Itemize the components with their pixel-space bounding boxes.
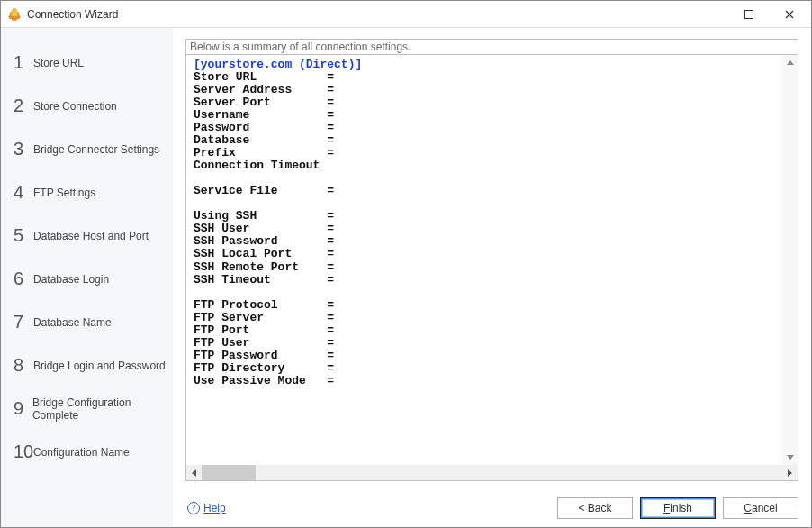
summary-row: Server Address =: [194, 84, 790, 96]
summary-value: [341, 84, 474, 96]
summary-caption: Below is a summary of all connection set…: [185, 39, 798, 55]
summary-row: Prefix =: [194, 147, 790, 159]
wizard-step[interactable]: 6Database Login: [1, 257, 173, 300]
summary-value: [341, 362, 636, 375]
step-label: Bridge Login and Password: [33, 358, 166, 372]
summary-value: [341, 122, 391, 134]
summary-key: FTP Server =: [194, 312, 341, 324]
summary-key: SSH Timeout =: [194, 274, 341, 287]
step-label: Database Host and Port: [33, 228, 149, 242]
summary-value: [341, 299, 369, 312]
help-icon: ?: [187, 502, 200, 514]
title-bar: Connection Wizard: [1, 1, 811, 28]
wizard-step[interactable]: 9Bridge Configuration Complete: [1, 387, 173, 430]
step-number: 5: [14, 225, 33, 246]
wizard-step[interactable]: 2Store Connection: [1, 84, 173, 127]
summary-value: [341, 375, 362, 387]
summary-value: [341, 312, 461, 324]
wizard-step[interactable]: 1Store URL: [1, 41, 173, 84]
summary-row: SSH Local Port =: [194, 248, 790, 260]
maximize-button[interactable]: [728, 1, 769, 27]
summary-key: Server Address =: [194, 84, 341, 96]
summary-value: [341, 248, 369, 260]
summary-text[interactable]: [yourstore.com (Direct)]Store URL = Serv…: [186, 55, 798, 465]
summary-row: Username =: [194, 109, 790, 122]
summary-key: FTP User =: [194, 337, 341, 350]
summary-row: FTP Server =: [194, 312, 790, 324]
summary-key: Service File =: [194, 185, 341, 197]
scroll-thumb[interactable]: [202, 465, 256, 480]
summary-row: Service File =: [194, 185, 790, 197]
step-number: 7: [14, 312, 33, 332]
summary-key: FTP Password =: [194, 350, 341, 362]
step-label: Store Connection: [33, 98, 117, 113]
back-button[interactable]: < Back: [557, 497, 633, 519]
summary-value: [341, 109, 391, 122]
summary-row: FTP Password =: [194, 350, 790, 362]
scroll-down-arrow[interactable]: [782, 450, 798, 465]
summary-key: Server Port =: [194, 96, 341, 109]
summary-row: [194, 172, 790, 185]
summary-box: [yourstore.com (Direct)]Store URL = Serv…: [185, 55, 798, 481]
main-area: 1Store URL2Store Connection3Bridge Conne…: [1, 28, 811, 528]
summary-key: SSH Remote Port =: [194, 261, 341, 274]
summary-key: FTP Directory =: [194, 362, 341, 375]
summary-row: Connection Timeout: [194, 159, 790, 172]
summary-row: SSH Password =: [194, 235, 790, 248]
svg-rect-0: [744, 10, 753, 18]
cancel-button[interactable]: Cancel: [723, 497, 798, 519]
wizard-step[interactable]: 5Database Host and Port: [1, 214, 173, 257]
scroll-track[interactable]: [202, 465, 782, 480]
step-number: 10: [14, 442, 33, 462]
wizard-step[interactable]: 8Bridge Login and Password: [1, 343, 173, 387]
step-number: 9: [14, 398, 32, 419]
app-icon: [7, 7, 22, 22]
summary-key: Store URL =: [194, 71, 341, 84]
summary-key: FTP Port =: [194, 324, 341, 337]
finish-button[interactable]: Finish: [640, 497, 716, 519]
summary-value: [341, 274, 369, 287]
help-link[interactable]: ? Help: [187, 502, 226, 514]
summary-row: [194, 287, 790, 299]
summary-row: Server Port =: [194, 96, 790, 109]
summary-key: Using SSH =: [194, 210, 341, 223]
close-button[interactable]: [769, 1, 809, 27]
summary-row: Use Passive Mode =: [194, 375, 790, 387]
wizard-step[interactable]: 7Database Name: [1, 300, 173, 343]
step-number: 2: [14, 96, 33, 116]
summary-row: SSH Timeout =: [194, 274, 790, 287]
vertical-scrollbar[interactable]: [782, 55, 798, 465]
scroll-left-arrow[interactable]: [186, 465, 202, 480]
help-label: Help: [203, 502, 226, 514]
horizontal-scrollbar[interactable]: [186, 465, 798, 480]
summary-row: Password =: [194, 122, 790, 134]
wizard-step[interactable]: 3Bridge Connector Settings: [1, 127, 173, 170]
summary-value: [341, 210, 356, 223]
summary-key: Prefix =: [194, 147, 341, 159]
summary-key: SSH Password =: [194, 235, 341, 248]
scroll-right-arrow[interactable]: [782, 465, 798, 480]
summary-row: Store URL =: [194, 71, 790, 84]
step-number: 4: [14, 182, 33, 203]
footer: ? Help < Back Finish Cancel: [185, 481, 798, 522]
summary-row: FTP Port =: [194, 324, 790, 337]
summary-row: Using SSH =: [194, 210, 790, 223]
summary-row: FTP User =: [194, 337, 790, 350]
summary-key: Password =: [194, 122, 341, 134]
summary-value: [341, 324, 362, 337]
summary-key: SSH User =: [194, 223, 341, 235]
wizard-step[interactable]: 10Configuration Name: [1, 430, 173, 473]
summary-value: [341, 350, 391, 362]
step-label: Store URL: [33, 55, 84, 69]
summary-row: Database =: [194, 134, 790, 147]
summary-value: [341, 134, 524, 147]
summary-key: Connection Timeout: [194, 159, 341, 172]
step-label: Database Login: [33, 271, 109, 286]
scroll-up-arrow[interactable]: [782, 55, 798, 70]
wizard-step[interactable]: 4FTP Settings: [1, 170, 173, 214]
summary-value: [341, 185, 496, 197]
summary-value: [341, 261, 362, 274]
summary-key: Database =: [194, 134, 341, 147]
step-label: FTP Settings: [33, 185, 95, 199]
step-label: Database Name: [33, 314, 112, 329]
